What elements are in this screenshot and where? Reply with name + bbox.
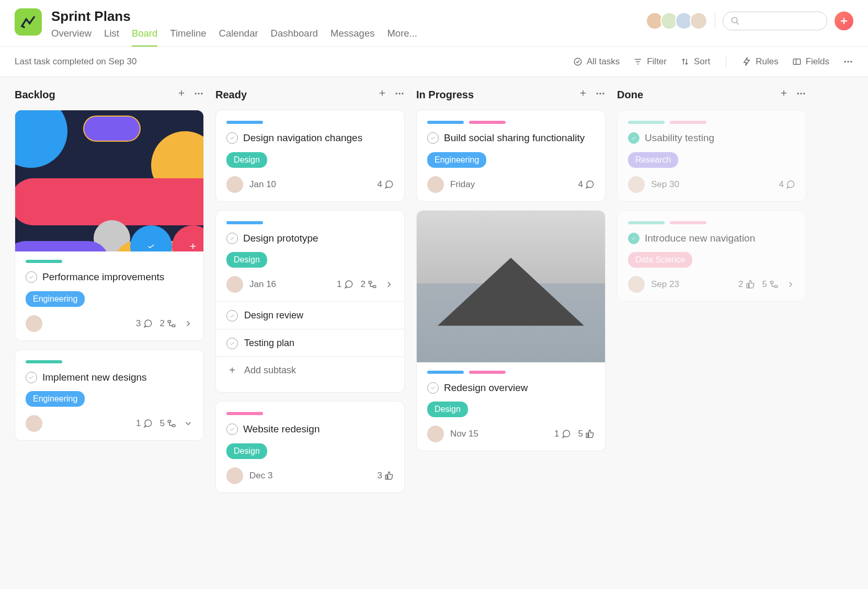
svg-point-20 bbox=[602, 93, 604, 94]
tab-messages[interactable]: Messages bbox=[330, 28, 374, 47]
task-card[interactable]: Design prototype Design Jan 16 1 2 Desig… bbox=[215, 210, 405, 393]
assignee-avatar[interactable] bbox=[628, 176, 645, 193]
stripe bbox=[628, 221, 665, 224]
column-menu-button[interactable] bbox=[394, 88, 405, 101]
task-card[interactable]: Redesign overview Design Nov 15 1 5 bbox=[416, 210, 606, 452]
down-icon bbox=[184, 419, 193, 428]
subtasks-count[interactable]: 2 bbox=[160, 318, 176, 329]
subtasks-count[interactable]: 5 bbox=[160, 418, 176, 429]
tab-calendar[interactable]: Calendar bbox=[219, 28, 258, 47]
add-card-button[interactable] bbox=[177, 88, 186, 101]
tag[interactable]: Research bbox=[628, 152, 678, 168]
comments-count[interactable]: 1 bbox=[136, 418, 152, 429]
task-card[interactable]: Design navigation changes Design Jan 10 … bbox=[215, 110, 405, 202]
complete-checkbox[interactable] bbox=[226, 338, 238, 349]
comments-count[interactable]: 4 bbox=[378, 179, 394, 190]
add-card-button[interactable] bbox=[578, 88, 588, 101]
comments-count[interactable]: 1 bbox=[337, 279, 353, 290]
expand-arrow[interactable] bbox=[184, 419, 193, 428]
likes-count[interactable]: 5 bbox=[578, 429, 595, 439]
complete-checkbox[interactable] bbox=[628, 132, 639, 144]
tab-list[interactable]: List bbox=[104, 28, 119, 47]
assignee-avatar[interactable] bbox=[427, 176, 444, 193]
assignee-avatar[interactable] bbox=[427, 426, 444, 442]
add-subtask-button[interactable]: +Add subtask bbox=[216, 357, 404, 384]
all-tasks-button[interactable]: All tasks bbox=[573, 56, 620, 67]
filter-button[interactable]: Filter bbox=[633, 56, 667, 67]
complete-checkbox[interactable] bbox=[628, 233, 639, 244]
subtasks-count[interactable]: 5 bbox=[762, 279, 779, 290]
rules-button[interactable]: Rules bbox=[742, 56, 778, 67]
fields-button[interactable]: Fields bbox=[792, 56, 829, 67]
like-icon bbox=[585, 429, 595, 439]
complete-checkbox[interactable] bbox=[226, 132, 238, 144]
stripe bbox=[427, 121, 464, 124]
column-menu-button[interactable] bbox=[193, 88, 204, 101]
task-card[interactable]: Website redesign Design Dec 3 3 bbox=[215, 401, 405, 493]
add-card-button[interactable] bbox=[779, 88, 789, 101]
column-title[interactable]: Backlog bbox=[15, 89, 177, 101]
svg-rect-2 bbox=[793, 59, 801, 65]
comments-count[interactable]: 4 bbox=[578, 179, 595, 190]
complete-checkbox[interactable] bbox=[26, 271, 37, 283]
complete-checkbox[interactable] bbox=[226, 310, 238, 322]
stripe bbox=[226, 412, 263, 415]
tag[interactable]: Design bbox=[226, 252, 267, 268]
tab-timeline[interactable]: Timeline bbox=[170, 28, 206, 47]
expand-arrow[interactable] bbox=[384, 280, 394, 289]
likes-count[interactable]: 2 bbox=[738, 279, 755, 290]
stripe bbox=[469, 121, 506, 124]
assignee-avatar[interactable] bbox=[26, 315, 42, 332]
complete-checkbox[interactable] bbox=[226, 423, 238, 435]
tag[interactable]: Data Science bbox=[628, 252, 692, 268]
tag[interactable]: Design bbox=[427, 402, 468, 417]
assignee-avatar[interactable] bbox=[226, 176, 243, 193]
card-title: Build social sharing functionality bbox=[444, 131, 585, 145]
subtask-item[interactable]: Design review bbox=[216, 302, 404, 329]
tag[interactable]: Engineering bbox=[427, 152, 486, 168]
more-button[interactable] bbox=[843, 56, 853, 67]
subtask-icon bbox=[167, 319, 176, 328]
expand-arrow[interactable] bbox=[184, 319, 193, 328]
tab-overview[interactable]: Overview bbox=[51, 28, 92, 47]
task-card[interactable]: Introduce new navigation Data Science Se… bbox=[617, 210, 806, 302]
task-card[interactable]: Usability testing Research Sep 30 4 bbox=[617, 110, 806, 202]
tab-more[interactable]: More... bbox=[387, 28, 417, 47]
assignee-avatar[interactable] bbox=[26, 415, 42, 432]
comments-count[interactable]: 3 bbox=[136, 318, 152, 329]
avatar[interactable] bbox=[690, 12, 707, 30]
tab-board[interactable]: Board bbox=[132, 28, 157, 47]
complete-checkbox[interactable] bbox=[427, 382, 439, 394]
column-title[interactable]: Ready bbox=[215, 89, 378, 101]
tag[interactable]: Engineering bbox=[26, 391, 85, 407]
complete-checkbox[interactable] bbox=[427, 132, 439, 144]
expand-arrow[interactable] bbox=[786, 280, 795, 289]
project-members[interactable] bbox=[649, 12, 707, 30]
likes-count[interactable]: 3 bbox=[378, 471, 394, 481]
column-menu-button[interactable] bbox=[796, 88, 806, 101]
tab-dashboard[interactable]: Dashboard bbox=[271, 28, 318, 47]
task-card[interactable]: Performance improvements Engineering 3 2 bbox=[15, 110, 204, 341]
sort-button[interactable]: Sort bbox=[680, 56, 710, 67]
column-title[interactable]: In Progress bbox=[416, 89, 578, 101]
tag[interactable]: Design bbox=[226, 443, 267, 459]
assignee-avatar[interactable] bbox=[226, 467, 243, 484]
column-title[interactable]: Done bbox=[617, 89, 779, 101]
stripe bbox=[670, 221, 706, 224]
complete-checkbox[interactable] bbox=[226, 233, 238, 244]
tag[interactable]: Engineering bbox=[26, 291, 85, 307]
comments-count[interactable]: 1 bbox=[554, 429, 570, 439]
add-card-button[interactable] bbox=[378, 88, 387, 101]
subtasks-count[interactable]: 2 bbox=[361, 279, 377, 290]
comments-count[interactable]: 4 bbox=[779, 179, 795, 190]
task-card[interactable]: Implement new designs Engineering 1 5 bbox=[15, 349, 204, 441]
add-button[interactable] bbox=[835, 12, 853, 30]
subtask-item[interactable]: Testing plan bbox=[216, 329, 404, 357]
tag[interactable]: Design bbox=[226, 152, 267, 168]
assignee-avatar[interactable] bbox=[226, 276, 243, 293]
task-card[interactable]: Build social sharing functionality Engin… bbox=[416, 110, 606, 202]
complete-checkbox[interactable] bbox=[26, 372, 37, 383]
search-input[interactable] bbox=[723, 12, 827, 30]
assignee-avatar[interactable] bbox=[628, 276, 645, 293]
column-menu-button[interactable] bbox=[595, 88, 606, 101]
